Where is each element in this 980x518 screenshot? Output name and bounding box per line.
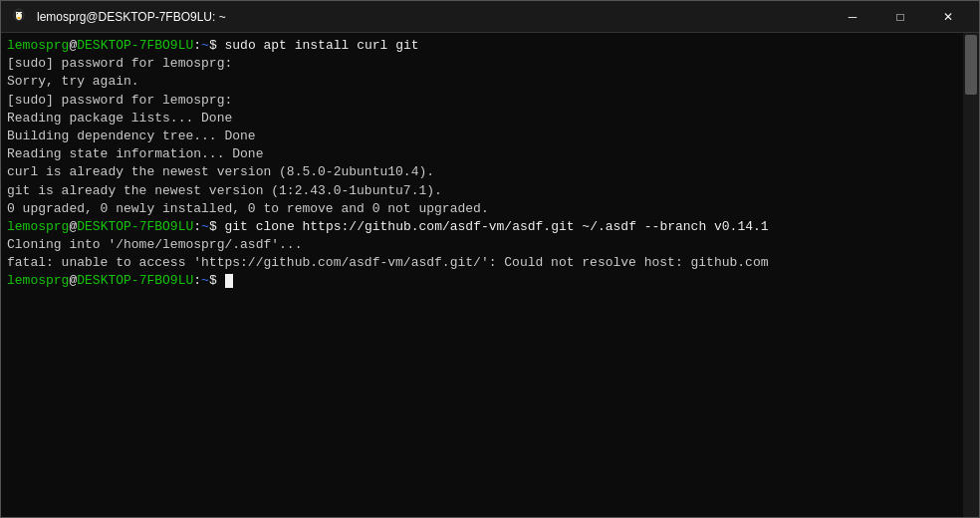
terminal-line-13: fatal: unable to access 'https://github.… [7,254,955,272]
svg-point-6 [18,17,21,19]
terminal-line-14: lemosprg@DESKTOP-7FBO9LU:~$ [7,272,955,290]
svg-point-4 [17,12,18,13]
close-button[interactable]: ✕ [925,1,971,33]
maximize-button[interactable]: □ [877,1,923,33]
terminal-line-7: Reading state information... Done [7,145,955,163]
terminal-line-4: [sudo] password for lemosprg: [7,92,955,110]
terminal-line-6: Building dependency tree... Done [7,128,955,145]
scrollbar-track[interactable] [963,33,979,517]
svg-point-5 [21,12,22,13]
terminal-line-5: Reading package lists... Done [7,110,955,128]
terminal-window: lemosprg@DESKTOP-7FBO9LU: ~ ─ □ ✕ lemosp… [0,0,980,518]
terminal-line-10: 0 upgraded, 0 newly installed, 0 to remo… [7,200,955,218]
terminal-line-12: Cloning into '/home/lemosprg/.asdf'... [7,236,955,254]
window-title: lemosprg@DESKTOP-7FBO9LU: ~ [37,10,830,24]
terminal-line-11: lemosprg@DESKTOP-7FBO9LU:~$ git clone ht… [7,218,955,236]
scrollbar-thumb[interactable] [965,35,977,95]
terminal-line-2: [sudo] password for lemosprg: [7,55,955,73]
terminal-line-9: git is already the newest version (1:2.4… [7,182,955,200]
terminal-cursor [225,274,233,288]
terminal-line-3: Sorry, try again. [7,73,955,91]
app-icon [9,7,29,27]
terminal-output: lemosprg@DESKTOP-7FBO9LU:~$ sudo apt ins… [7,37,973,291]
terminal-body[interactable]: lemosprg@DESKTOP-7FBO9LU:~$ sudo apt ins… [1,33,979,517]
terminal-line-1: lemosprg@DESKTOP-7FBO9LU:~$ sudo apt ins… [7,37,955,55]
minimize-button[interactable]: ─ [830,1,875,33]
titlebar: lemosprg@DESKTOP-7FBO9LU: ~ ─ □ ✕ [1,1,979,33]
window-controls: ─ □ ✕ [830,1,971,33]
terminal-line-8: curl is already the newest version (8.5.… [7,163,955,181]
